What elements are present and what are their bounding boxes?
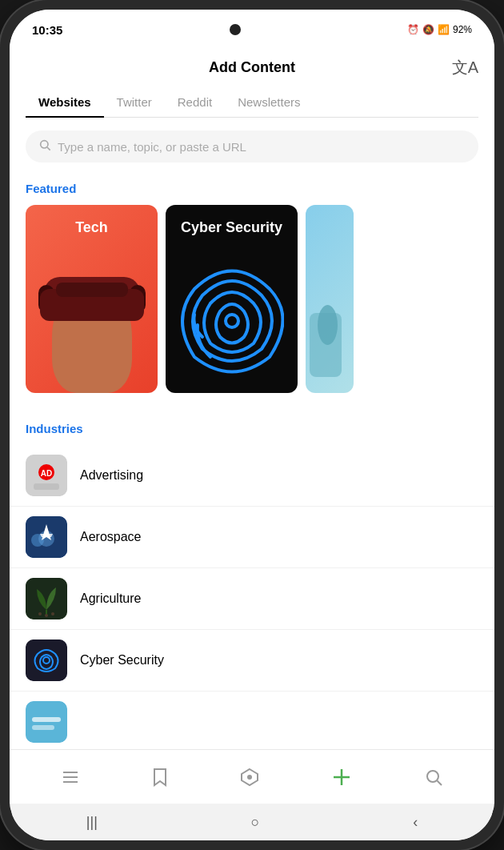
search-icon (38, 138, 51, 154)
status-icons: ⏰ 🔕 📶 92% (407, 24, 472, 35)
svg-point-0 (41, 141, 48, 148)
home-button[interactable]: ○ (251, 814, 260, 831)
translate-icon[interactable]: 文A (452, 57, 478, 78)
system-nav: ||| ○ ‹ (10, 804, 494, 840)
list-item[interactable]: Agriculture (10, 568, 494, 630)
header-top: Add Content 文A (26, 59, 478, 76)
phone-frame: 10:35 ⏰ 🔕 📶 92% Add Content 文A Websites (0, 0, 504, 850)
mute-icon: 🔕 (422, 24, 434, 35)
list-item[interactable]: Cyber Security (10, 630, 494, 692)
aerospace-label: Aerospace (80, 530, 142, 544)
tech-card-label: Tech (75, 219, 108, 236)
svg-rect-20 (32, 725, 54, 730)
svg-point-28 (427, 771, 438, 782)
battery-icon: 92% (453, 24, 472, 35)
recent-apps-button[interactable]: ||| (86, 814, 98, 831)
cybersecurity-label: Cyber Security (80, 653, 164, 668)
svg-text:AD: AD (41, 469, 52, 478)
search-box[interactable]: Type a name, topic, or paste a URL (26, 130, 478, 162)
svg-line-29 (437, 780, 442, 785)
nav-feedly[interactable] (240, 768, 259, 787)
svg-rect-6 (34, 483, 59, 490)
featured-card-third[interactable] (306, 205, 354, 393)
alarm-icon: ⏰ (407, 24, 419, 35)
fingerprint-illustration (180, 257, 284, 385)
next-thumb (26, 701, 67, 743)
nav-search[interactable] (424, 768, 443, 787)
svg-point-25 (247, 775, 252, 780)
svg-point-15 (51, 612, 54, 615)
status-bar: 10:35 ⏰ 🔕 📶 92% (10, 10, 494, 50)
svg-point-2 (226, 315, 238, 327)
svg-point-13 (38, 612, 42, 615)
page-title: Add Content (209, 59, 295, 76)
industries-section: Industries AD Advertising (10, 409, 494, 749)
tab-twitter[interactable]: Twitter (104, 87, 165, 117)
cyber-card-label: Cyber Security (181, 219, 282, 236)
phone-inner: 10:35 ⏰ 🔕 📶 92% Add Content 文A Websites (10, 10, 494, 840)
scroll-content[interactable]: Featured Tech (10, 175, 494, 749)
camera-dot (230, 24, 241, 35)
search-container: Type a name, topic, or paste a URL (10, 118, 494, 175)
advertising-label: Advertising (80, 468, 143, 483)
status-time: 10:35 (32, 23, 62, 37)
tab-reddit[interactable]: Reddit (165, 87, 225, 117)
signal-icon: 📶 (438, 24, 450, 35)
featured-cards: Tech (10, 205, 494, 409)
svg-point-14 (45, 614, 48, 617)
advertising-thumb: AD (26, 455, 67, 496)
list-item[interactable]: AD Advertising (10, 445, 494, 507)
tabs-bar: Websites Twitter Reddit Newsletters (26, 87, 478, 118)
featured-card-tech[interactable]: Tech (26, 205, 158, 393)
agriculture-label: Agriculture (80, 591, 141, 606)
nav-add[interactable] (330, 766, 353, 788)
back-button[interactable]: ‹ (413, 814, 418, 831)
header: Add Content 文A Websites Twitter Reddit N… (10, 50, 494, 118)
tab-newsletters[interactable]: Newsletters (225, 87, 313, 117)
list-item[interactable]: Aerospace (10, 507, 494, 568)
featured-section-header: Featured (10, 175, 494, 205)
list-item[interactable] (10, 692, 494, 749)
nav-bookmark[interactable] (151, 768, 169, 787)
agriculture-thumb (26, 578, 67, 619)
svg-line-1 (47, 147, 50, 150)
industries-section-header: Industries (10, 415, 494, 445)
svg-rect-19 (32, 717, 61, 722)
search-placeholder: Type a name, topic, or paste a URL (58, 140, 246, 154)
tab-websites[interactable]: Websites (26, 87, 104, 117)
nav-menu[interactable] (61, 768, 80, 787)
featured-card-cyber[interactable]: Cyber Security (166, 205, 298, 393)
aerospace-thumb (26, 516, 67, 558)
svg-rect-16 (26, 640, 67, 681)
cybersecurity-thumb (26, 640, 67, 681)
bottom-nav (10, 749, 494, 804)
app-content: Add Content 文A Websites Twitter Reddit N… (10, 50, 494, 804)
